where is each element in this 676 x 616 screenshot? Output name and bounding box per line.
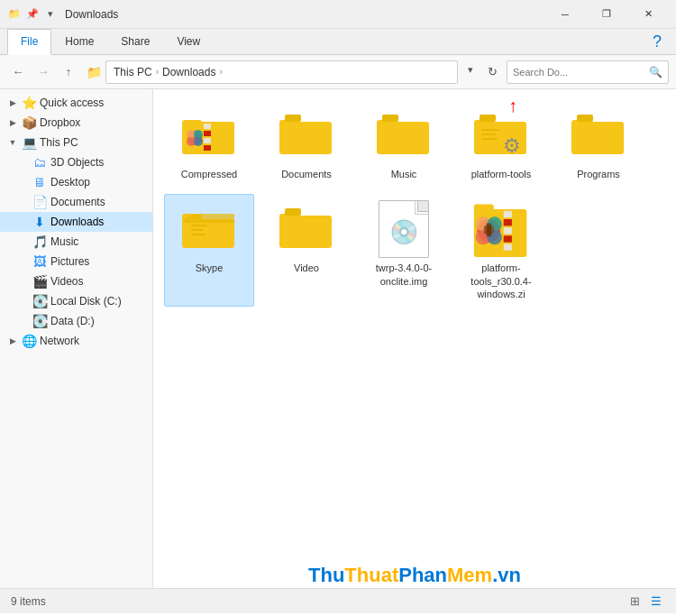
svg-rect-29 <box>191 225 207 226</box>
sidebar-item-3d-objects[interactable]: 🗂 3D Objects <box>0 152 152 172</box>
sidebar-item-dropbox[interactable]: ▶ 📦 Dropbox <box>0 113 152 133</box>
tab-file[interactable]: File <box>7 29 51 55</box>
platform-tools-folder-icon: ↑ ⚙ <box>472 106 530 164</box>
view-controls: ⊞ ☰ <box>626 593 665 611</box>
svg-rect-46 <box>504 244 512 251</box>
twrp-img-icon: 💿 <box>375 200 433 258</box>
svg-rect-4 <box>204 138 211 143</box>
svg-point-10 <box>194 137 203 146</box>
list-view-button[interactable]: ☰ <box>647 593 665 611</box>
file-item-twrp[interactable]: 💿 twrp-3.4.0-0-onclite.img <box>359 194 449 307</box>
sidebar-label-dropbox: Dropbox <box>40 116 80 129</box>
svg-rect-43 <box>504 219 512 225</box>
menu-icon: ▾ <box>43 7 58 22</box>
up-button[interactable]: ↑ <box>58 61 79 83</box>
sidebar-item-quick-access[interactable]: ▶ ⭐ Quick access <box>0 93 152 113</box>
search-input[interactable] <box>513 67 645 78</box>
svg-rect-23 <box>481 138 498 140</box>
desktop-icon: 🖥 <box>32 175 47 189</box>
file-item-platform-tools[interactable]: ↑ ⚙ platform-tools <box>456 100 546 187</box>
skype-folder-icon <box>180 200 238 258</box>
svg-rect-2 <box>204 124 211 129</box>
sidebar-label-documents: Documents <box>50 196 105 208</box>
close-button[interactable]: ✕ <box>627 0 669 29</box>
tab-home[interactable]: Home <box>51 29 107 54</box>
pictures-icon: 🖼 <box>32 254 47 269</box>
window-controls: ─ ❐ ✕ <box>544 0 669 29</box>
sidebar-label-music: Music <box>50 235 78 248</box>
this-pc-icon: 💻 <box>22 135 36 150</box>
refresh-button[interactable]: ↻ <box>481 61 503 83</box>
svg-rect-27 <box>182 219 234 248</box>
sidebar-item-desktop[interactable]: 🖥 Desktop <box>0 172 152 192</box>
svg-rect-42 <box>504 211 512 217</box>
path-separator-1: › <box>156 67 159 77</box>
platform-tools-zip-icon <box>472 200 530 258</box>
file-item-music[interactable]: Music <box>359 100 449 187</box>
svg-rect-44 <box>504 227 512 234</box>
svg-rect-21 <box>481 129 499 131</box>
path-downloads[interactable]: Downloads <box>162 66 215 78</box>
dropdown-arrow[interactable]: ▾ <box>461 61 480 79</box>
tab-share[interactable]: Share <box>107 29 163 54</box>
expand-network: ▶ <box>7 336 18 346</box>
svg-rect-5 <box>204 145 211 151</box>
svg-rect-26 <box>577 115 593 122</box>
address-controls: ▾ ↻ <box>461 61 503 83</box>
sidebar-label-this-pc: This PC <box>40 136 78 149</box>
svg-rect-1 <box>182 120 202 127</box>
search-box[interactable]: 🔍 <box>507 60 669 84</box>
expand-videos <box>18 276 29 287</box>
tab-view[interactable]: View <box>163 29 214 54</box>
content-area: Compressed Documents Music <box>153 89 676 588</box>
file-item-programs[interactable]: Programs <box>553 100 644 187</box>
forward-button[interactable]: → <box>32 61 54 83</box>
sidebar-item-local-disk[interactable]: 💽 Local Disk (C:) <box>0 291 152 311</box>
window-icon: 📁 <box>7 7 22 22</box>
path-this-pc[interactable]: This PC <box>114 66 152 78</box>
sidebar-item-videos[interactable]: 🎬 Videos <box>0 271 152 291</box>
sidebar-item-data-d[interactable]: 💽 Data (D:) <box>0 311 152 331</box>
sidebar-item-pictures[interactable]: 🖼 Pictures <box>0 252 152 271</box>
file-item-video[interactable]: Video <box>261 194 352 307</box>
platform-tools-zip-label: platform-tools_r30.0.4-windows.zi <box>461 262 542 300</box>
sidebar-item-downloads[interactable]: ⬇ Downloads <box>0 212 152 232</box>
svg-rect-30 <box>191 229 204 231</box>
sidebar-label-quick-access: Quick access <box>40 97 104 109</box>
grid-view-button[interactable]: ⊞ <box>626 593 644 611</box>
window-title: Downloads <box>65 8 544 21</box>
expand-documents <box>18 197 29 207</box>
sidebar-item-this-pc[interactable]: ▼ 💻 This PC <box>0 133 152 152</box>
sidebar-item-network[interactable]: ▶ 🌐 Network <box>0 331 152 351</box>
svg-rect-13 <box>285 115 301 122</box>
search-icon: 🔍 <box>649 66 662 78</box>
svg-rect-36 <box>474 205 494 215</box>
file-item-documents[interactable]: Documents <box>261 100 352 187</box>
sidebar-item-documents[interactable]: 📄 Documents <box>0 192 152 212</box>
programs-folder-icon <box>570 106 627 164</box>
minimize-button[interactable]: ─ <box>544 0 586 29</box>
videos-icon: 🎬 <box>32 274 47 289</box>
sidebar-label-network: Network <box>40 335 79 347</box>
3d-objects-icon: 🗂 <box>32 155 47 170</box>
local-disk-icon: 💽 <box>32 294 47 308</box>
file-item-compressed[interactable]: Compressed <box>164 100 254 187</box>
svg-rect-31 <box>191 234 206 235</box>
skype-label: Skype <box>196 262 224 274</box>
red-arrow-icon: ↑ <box>508 96 517 116</box>
music-folder-icon <box>375 106 433 164</box>
sidebar-item-music[interactable]: 🎵 Music <box>0 232 152 252</box>
item-count: 9 items <box>11 595 46 608</box>
back-button[interactable]: ← <box>7 61 29 83</box>
help-button[interactable]: ? <box>645 29 669 54</box>
ribbon: File Home Share View ? <box>0 29 676 55</box>
svg-rect-34 <box>285 208 301 216</box>
svg-rect-19 <box>480 115 496 122</box>
pin-icon: 📌 <box>25 7 40 22</box>
title-bar: 📁 📌 ▾ Downloads ─ ❐ ✕ <box>0 0 676 29</box>
address-path[interactable]: This PC › Downloads › <box>105 60 458 84</box>
file-item-skype[interactable]: Skype <box>164 194 254 307</box>
sidebar: ▶ ⭐ Quick access ▶ 📦 Dropbox ▼ 💻 This PC… <box>0 89 153 588</box>
file-item-platform-tools-zip[interactable]: platform-tools_r30.0.4-windows.zi <box>456 194 546 307</box>
maximize-button[interactable]: ❐ <box>586 0 627 29</box>
